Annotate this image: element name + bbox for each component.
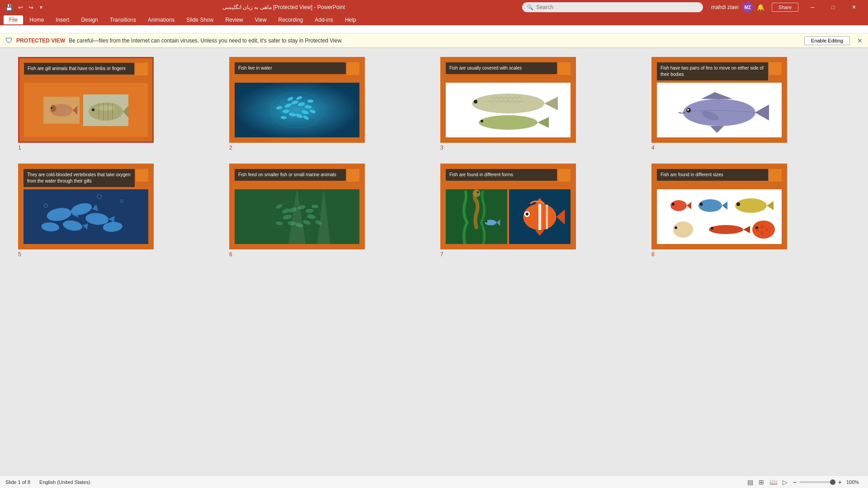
slide-container-1: Fish are gill animals that have no limbs… xyxy=(18,57,217,151)
status-bar-right: ▤ ⊞ 📖 ▷ − + 100% xyxy=(747,479,863,486)
slide-7-number: 7 xyxy=(440,251,443,258)
restore-button[interactable]: □ xyxy=(823,0,844,14)
slide-sorter-button[interactable]: ⊞ xyxy=(759,479,764,486)
svg-point-84 xyxy=(473,189,481,197)
svg-point-117 xyxy=(760,231,764,235)
fish-side-svg xyxy=(83,94,128,126)
tab-insert[interactable]: Insert xyxy=(50,15,75,24)
undo-button[interactable]: ↩ xyxy=(16,3,25,12)
svg-point-85 xyxy=(477,192,479,193)
slide-1-corner xyxy=(135,63,148,75)
svg-point-97 xyxy=(526,213,528,216)
slide-container-8: Fish are found in different sizes xyxy=(651,164,850,258)
slide-1-image xyxy=(24,83,148,137)
svg-point-101 xyxy=(672,203,675,206)
finned-fish-svg xyxy=(665,83,774,137)
search-input[interactable] xyxy=(536,4,698,10)
slide-1-number: 1 xyxy=(18,145,21,151)
slide-5-title: They are cold-blooded vertebrates that t… xyxy=(24,169,135,187)
tab-review[interactable]: Review xyxy=(220,15,248,24)
svg-point-42 xyxy=(683,99,755,126)
protected-view-bar: 🛡 PROTECTED VIEW Be careful—files from t… xyxy=(0,33,868,48)
tab-help[interactable]: Help xyxy=(340,15,362,24)
ribbon-content xyxy=(0,25,868,33)
enable-editing-button[interactable]: Enable Editing xyxy=(804,36,850,45)
svg-point-104 xyxy=(700,202,703,206)
save-button[interactable]: 💾 xyxy=(4,3,14,12)
svg-point-99 xyxy=(670,200,687,211)
tab-design[interactable]: Design xyxy=(75,15,103,24)
zoom-in-button[interactable]: + xyxy=(838,479,842,486)
slide-thumb-8[interactable]: Fish are found in different sizes xyxy=(651,164,787,249)
slideshow-view-button[interactable]: ▷ xyxy=(783,479,788,486)
colorful-fish-svg xyxy=(509,189,571,244)
notifications-icon[interactable]: 🔔 xyxy=(757,4,764,11)
slide-6-corner xyxy=(347,169,359,182)
tab-view[interactable]: View xyxy=(250,15,272,24)
share-button[interactable]: Share xyxy=(772,3,798,12)
tab-animations[interactable]: Animations xyxy=(142,15,180,24)
svg-point-38 xyxy=(479,115,538,130)
slide-6-number: 6 xyxy=(229,251,232,258)
slide-container-3: Fish are usually covered with scales xyxy=(440,57,639,151)
svg-point-108 xyxy=(673,221,693,238)
normal-view-button[interactable]: ▤ xyxy=(747,479,753,486)
minimize-button[interactable]: ─ xyxy=(802,0,823,14)
slide-thumb-1[interactable]: Fish are gill animals that have no limbs… xyxy=(18,57,154,143)
slide-grid: Fish are gill animals that have no limbs… xyxy=(18,57,850,258)
different-sizes-svg xyxy=(660,190,778,244)
svg-point-113 xyxy=(752,221,775,239)
slide-thumb-6[interactable]: Fish feed on smaller fish or small marin… xyxy=(229,164,365,249)
svg-point-115 xyxy=(760,225,764,229)
close-button[interactable]: ✕ xyxy=(844,0,864,14)
svg-point-37 xyxy=(474,100,477,103)
svg-point-86 xyxy=(485,220,496,225)
slide-thumb-3[interactable]: Fish are usually covered with scales xyxy=(440,57,576,143)
titlebar: 💾 ↩ ↪ ▼ ماهی به زبان انگلیسی [Protected … xyxy=(0,0,868,14)
zoom-level: 100% xyxy=(846,479,863,485)
search-icon: 🔍 xyxy=(527,4,533,10)
slide-5-number: 5 xyxy=(18,251,21,258)
tab-home[interactable]: Home xyxy=(24,15,49,24)
tab-addins[interactable]: Add-ins xyxy=(309,15,339,24)
svg-point-109 xyxy=(675,226,677,229)
close-protected-bar-button[interactable]: ✕ xyxy=(857,37,863,44)
slide-2-number: 2 xyxy=(229,145,232,151)
zoom-area: − + 100% xyxy=(793,479,863,486)
seahorse-svg xyxy=(446,189,507,244)
tab-transitions[interactable]: Transitions xyxy=(104,15,142,24)
user-name: mahdi ziaei xyxy=(711,4,739,10)
svg-point-112 xyxy=(711,227,713,230)
svg-point-35 xyxy=(472,94,544,113)
blue-fish-school-svg xyxy=(24,189,148,244)
slide-1-title: Fish are gill animals that have no limbs… xyxy=(24,63,134,75)
slide-3-image xyxy=(446,83,571,137)
slide-thumb-7[interactable]: Fish are found in different forms xyxy=(440,164,576,249)
slide-2-image xyxy=(235,83,359,137)
slide-container-5: They are cold-blooded vertebrates that t… xyxy=(18,164,217,258)
slide-6-title: Fish feed on smaller fish or small marin… xyxy=(235,169,346,181)
tab-recording[interactable]: Recording xyxy=(273,15,309,24)
slide-container-2: Fish live in water xyxy=(229,57,428,151)
slide-thumb-5[interactable]: They are cold-blooded vertebrates that t… xyxy=(18,164,154,249)
status-bar: Slide 1 of 8 English (United States) ▤ ⊞… xyxy=(0,475,868,488)
feeding-underwater-svg xyxy=(235,189,359,244)
protected-message: Be careful—files from the Internet can c… xyxy=(69,38,343,44)
main-slides-panel: Fish are gill animals that have no limbs… xyxy=(0,48,868,475)
slide-thumb-2[interactable]: Fish live in water xyxy=(229,57,365,143)
reading-view-button[interactable]: 📖 xyxy=(769,479,777,486)
tab-slideshow[interactable]: Slide Show xyxy=(181,15,219,24)
fish-anatomy-svg xyxy=(43,97,80,124)
slide-4-title: Fish have two pairs of fins to move on e… xyxy=(657,62,768,80)
user-avatar[interactable]: MZ xyxy=(742,2,753,13)
scaled-fish-svg xyxy=(449,85,567,135)
zoom-out-button[interactable]: − xyxy=(793,479,797,486)
slide-6-image xyxy=(235,189,359,244)
tab-file[interactable]: File xyxy=(4,15,23,24)
zoom-slider[interactable] xyxy=(799,481,835,483)
slide-container-4: Fish have two pairs of fins to move on e… xyxy=(651,57,850,151)
search-bar: 🔍 xyxy=(522,2,703,12)
customize-quick-access-button[interactable]: ▼ xyxy=(37,4,45,11)
redo-button[interactable]: ↪ xyxy=(27,3,35,12)
slide-thumb-4[interactable]: Fish have two pairs of fins to move on e… xyxy=(651,57,787,143)
